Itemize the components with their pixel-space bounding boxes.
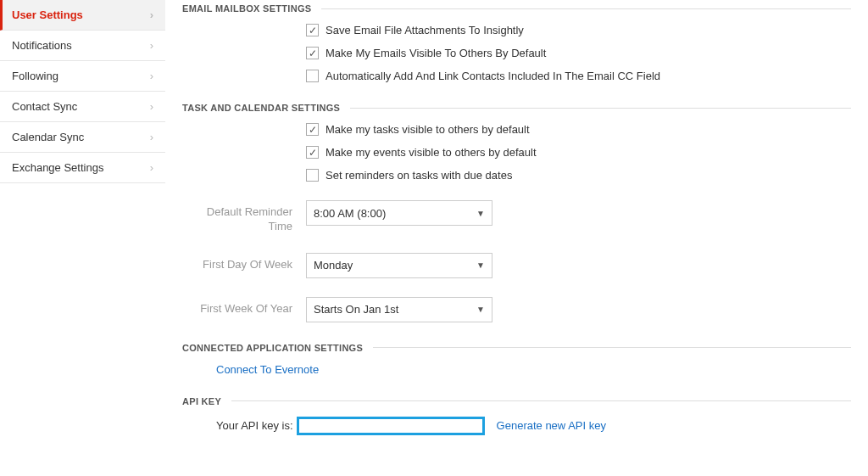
select-first-day[interactable]: Monday ▼ [306, 253, 492, 278]
label-reminder-time: Default Reminder Time [182, 200, 306, 234]
sidebar-item-label: Following [12, 70, 58, 82]
divider [231, 400, 851, 401]
checkbox-icon[interactable] [306, 123, 319, 136]
sidebar-item-label: Contact Sync [12, 100, 77, 113]
apikey-value-box [297, 417, 485, 435]
chevron-right-icon: › [150, 161, 153, 174]
chevron-right-icon: › [150, 100, 153, 113]
section-title-task: TASK AND CALENDAR SETTINGS [182, 103, 340, 113]
checkbox-icon[interactable] [306, 70, 319, 82]
sidebar-item-label: Notifications [12, 39, 72, 52]
section-title-connected: CONNECTED APPLICATION SETTINGS [182, 343, 363, 353]
checkbox-label: Make my events visible to others by defa… [326, 146, 537, 159]
section-title-apikey: API KEY [182, 396, 221, 406]
select-value: Monday [314, 259, 353, 272]
sidebar-item-contact-sync[interactable]: Contact Sync › [0, 92, 165, 122]
chevron-right-icon: › [150, 8, 153, 21]
divider [373, 347, 851, 348]
checkbox-row-set-reminders[interactable]: Set reminders on tasks with due dates [306, 169, 851, 182]
checkbox-icon[interactable] [306, 47, 319, 59]
checkbox-label: Make my tasks visible to others by defau… [326, 123, 530, 136]
select-value: Starts On Jan 1st [314, 303, 398, 316]
checkbox-label: Save Email File Attachments To Insightly [326, 24, 524, 36]
apikey-label: Your API key is: [216, 419, 293, 432]
checkbox-row-tasks-visible[interactable]: Make my tasks visible to others by defau… [306, 123, 851, 136]
checkbox-label: Automatically Add And Link Contacts Incl… [326, 70, 660, 82]
divider [321, 8, 851, 9]
chevron-right-icon: › [150, 131, 153, 143]
label-first-week: First Week Of Year [182, 297, 306, 316]
checkbox-row-save-attachments[interactable]: Save Email File Attachments To Insightly [306, 24, 851, 36]
sidebar-item-user-settings[interactable]: User Settings › [0, 0, 165, 31]
sidebar-item-exchange-settings[interactable]: Exchange Settings › [0, 153, 165, 183]
checkbox-icon[interactable] [306, 169, 319, 182]
sidebar: User Settings › Notifications › Followin… [0, 0, 165, 435]
checkbox-label: Set reminders on tasks with due dates [326, 169, 512, 182]
checkbox-icon[interactable] [306, 24, 319, 36]
checkbox-row-emails-visible[interactable]: Make My Emails Visible To Others By Defa… [306, 47, 851, 59]
caret-down-icon: ▼ [476, 209, 485, 218]
select-first-week[interactable]: Starts On Jan 1st ▼ [306, 297, 492, 322]
checkbox-row-events-visible[interactable]: Make my events visible to others by defa… [306, 146, 851, 159]
checkbox-row-auto-add-contacts[interactable]: Automatically Add And Link Contacts Incl… [306, 70, 851, 82]
sidebar-item-label: Exchange Settings [12, 161, 103, 174]
checkbox-icon[interactable] [306, 146, 319, 159]
main-content: EMAIL MAILBOX SETTINGS Save Email File A… [165, 0, 868, 435]
caret-down-icon: ▼ [476, 305, 485, 314]
sidebar-item-notifications[interactable]: Notifications › [0, 31, 165, 61]
label-first-day: First Day Of Week [182, 253, 306, 272]
chevron-right-icon: › [150, 39, 153, 52]
sidebar-item-label: Calendar Sync [12, 131, 84, 143]
link-generate-apikey[interactable]: Generate new API key [497, 419, 606, 432]
sidebar-item-calendar-sync[interactable]: Calendar Sync › [0, 122, 165, 153]
caret-down-icon: ▼ [476, 260, 485, 270]
link-connect-evernote[interactable]: Connect To Evernote [216, 363, 319, 376]
section-title-email: EMAIL MAILBOX SETTINGS [182, 3, 311, 14]
sidebar-item-label: User Settings [12, 8, 83, 21]
divider [350, 108, 851, 109]
chevron-right-icon: › [150, 70, 153, 82]
checkbox-label: Make My Emails Visible To Others By Defa… [326, 47, 546, 59]
sidebar-item-following[interactable]: Following › [0, 61, 165, 92]
select-value: 8:00 AM (8:00) [314, 207, 386, 220]
select-reminder-time[interactable]: 8:00 AM (8:00) ▼ [306, 200, 492, 226]
